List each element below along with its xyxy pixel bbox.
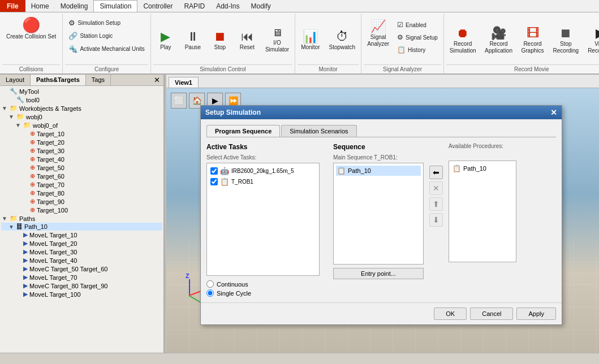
enabled-checkbox[interactable]: ☑ Enabled: [394, 19, 441, 31]
record-simulation-button[interactable]: ⏺ RecordSimulation: [446, 24, 480, 57]
viewport-3d[interactable]: ⬜ 🏠 ▶ ⏩ Z X Y: [166, 88, 599, 353]
panel-close-button[interactable]: ✕: [150, 75, 163, 85]
tree-item-target80[interactable]: ⊕ Target_80: [1, 189, 162, 197]
reset-button[interactable]: ⏮ Reset: [235, 27, 260, 53]
tree-item-target40[interactable]: ⊕ Target_40: [1, 155, 162, 163]
available-item-path10[interactable]: 📋 Path_10: [451, 163, 514, 174]
menu-controller[interactable]: Controller: [137, 0, 178, 12]
stop-recording-button[interactable]: ⏹ StopRecording: [550, 24, 583, 57]
menu-modeling[interactable]: Modeling: [55, 0, 94, 12]
remove-from-sequence-button[interactable]: ✕: [429, 181, 443, 195]
tool0-icon: 🔧: [16, 96, 24, 103]
play-button[interactable]: ▶ Play: [153, 27, 178, 53]
radio-single[interactable]: Single Cycle: [206, 289, 320, 297]
dialog-close-button[interactable]: ✕: [550, 108, 557, 117]
sequence-area: Sequence Main Sequence T_ROB1: 📋 Path_10…: [333, 143, 516, 297]
monitor-button[interactable]: 📊 Monitor: [298, 27, 323, 53]
io-simulator-button[interactable]: 🖥 I/OSimulator: [262, 25, 292, 55]
target-icon: ⊕: [30, 189, 35, 197]
tree-item-movec-t80-t90[interactable]: ▶ MoveC Target_80 Target_90: [1, 281, 162, 290]
task-checkbox-irb[interactable]: [210, 167, 218, 175]
task-icon-rob1: 📋: [220, 177, 229, 186]
station-logic-button[interactable]: 🔗 Station Logic: [65, 30, 116, 42]
menu-rapid[interactable]: RAPID: [178, 0, 210, 12]
tab-paths-targets[interactable]: Paths&Targets: [31, 75, 86, 85]
menu-addins[interactable]: Add-Ins: [210, 0, 245, 12]
create-collision-set-button[interactable]: 🔴 Create Collision Set: [2, 15, 60, 43]
file-menu[interactable]: File: [0, 0, 25, 12]
tree-item-movel-t20[interactable]: ▶ MoveL Target_20: [1, 239, 162, 248]
tree-item-path10[interactable]: ▼ 🛤 Path_10: [1, 223, 162, 231]
move-icon: ▶: [23, 231, 28, 239]
sequence-section: Sequence Main Sequence T_ROB1: 📋 Path_10…: [333, 143, 424, 279]
stop-button[interactable]: ⏹ Stop: [208, 27, 232, 53]
play-icon: ▶: [161, 29, 170, 44]
view-tab-view1[interactable]: View1: [169, 77, 199, 88]
signal-setup-button[interactable]: ⚙ Signal Setup: [394, 32, 441, 43]
move-down-button[interactable]: ⬇: [429, 213, 443, 227]
ok-button[interactable]: OK: [434, 307, 467, 320]
collisions-group: 🔴 Create Collision Set Collisions: [0, 14, 63, 73]
tree-item-movel-t30[interactable]: ▶ MoveL Target_30: [1, 248, 162, 256]
radio-group: Continuous Single Cycle: [206, 280, 320, 297]
task-item-irb[interactable]: 🤖 IRB2600_20kg_1.65m_5: [209, 166, 317, 176]
menu-modify[interactable]: Modify: [245, 0, 277, 12]
view-cube-button[interactable]: ⬜: [171, 93, 187, 109]
move-icon: ▶: [23, 240, 28, 247]
seq-item-icon: 📋: [337, 167, 346, 175]
history-button[interactable]: 📋 History: [394, 44, 441, 55]
signal-analyzer-button[interactable]: 📈 SignalAnalyzer: [364, 17, 393, 50]
tree-item-movel-t100[interactable]: ▶ MoveL Target_100: [1, 290, 162, 298]
tree-item-tool0[interactable]: 🔧 tool0: [1, 96, 162, 104]
simulation-setup-button[interactable]: ⚙ Simulation Setup: [65, 17, 124, 29]
apply-button[interactable]: Apply: [516, 307, 556, 320]
dialog-body: Program Sequence Simulation Scenarios Ac…: [201, 119, 562, 302]
tree-item-wobj0[interactable]: ▼ 📁 wobj0: [1, 112, 162, 121]
stopwatch-button[interactable]: ⏱ Stopwatch: [325, 27, 359, 53]
move-icon: ▶: [23, 282, 28, 289]
entry-point-button[interactable]: Entry point...: [333, 268, 424, 279]
menu-home[interactable]: Home: [25, 0, 55, 12]
tab-layout[interactable]: Layout: [0, 75, 31, 85]
tree-item-target20[interactable]: ⊕ Target_20: [1, 138, 162, 146]
pause-button[interactable]: ⏸ Pause: [180, 27, 205, 53]
view-recording-button[interactable]: ▶ ViewRecording: [584, 24, 599, 57]
tree-item-target30[interactable]: ⊕ Target_30: [1, 146, 162, 155]
radio-single-input[interactable]: [206, 289, 214, 297]
tree-item-movel-t10[interactable]: ▶ MoveL Target_10: [1, 231, 162, 239]
tree-item-target100[interactable]: ⊕ Target_100: [1, 206, 162, 214]
tree-item-workobjects[interactable]: ▼ 📁 Workobjects & Targets: [1, 104, 162, 112]
tree-item-target60[interactable]: ⊕ Target_60: [1, 172, 162, 180]
tree-item-target70[interactable]: ⊕ Target_70: [1, 180, 162, 189]
tree-item-movec-t50-t60[interactable]: ▶ MoveC Target_50 Target_60: [1, 265, 162, 273]
dialog-tab-program[interactable]: Program Sequence: [206, 125, 280, 137]
menu-simulation[interactable]: Simulation: [93, 0, 137, 12]
pause-icon: ⏸: [187, 29, 199, 44]
ribbon: 🔴 Create Collision Set Collisions ⚙ Simu…: [0, 12, 599, 75]
target-icon: ⊕: [30, 138, 35, 146]
tree-item-movel-t40[interactable]: ▶ MoveL Target_40: [1, 256, 162, 265]
tree-item-wobj0-of[interactable]: ▼ 📁 wobj0_of: [1, 121, 162, 129]
radio-continuous[interactable]: Continuous: [206, 280, 320, 288]
record-application-button[interactable]: 🎥 RecordApplication: [482, 24, 516, 57]
target-icon: ⊕: [30, 172, 35, 180]
tree-item-mytool[interactable]: 🔧 MyTool: [1, 87, 162, 96]
task-item-rob1[interactable]: 📋 T_ROB1: [209, 176, 317, 187]
sequence-item-path10[interactable]: 📋 Path_10: [336, 166, 421, 176]
cancel-button[interactable]: Cancel: [470, 307, 513, 320]
target-icon: ⊕: [30, 147, 35, 154]
move-up-button[interactable]: ⬆: [429, 197, 443, 211]
tree-item-target10[interactable]: ⊕ Target_10: [1, 129, 162, 138]
tree-item-paths[interactable]: ▼ 📁 Paths: [1, 214, 162, 223]
tree-item-movel-t70[interactable]: ▶ MoveL Target_70: [1, 273, 162, 281]
record-graphics-button[interactable]: 🎞 RecordGraphics: [518, 24, 548, 57]
tree-item-target50[interactable]: ⊕ Target_50: [1, 163, 162, 172]
tab-tags[interactable]: Tags: [86, 75, 111, 85]
radio-continuous-input[interactable]: [206, 280, 214, 288]
dialog-tab-scenarios[interactable]: Simulation Scenarios: [281, 125, 356, 137]
task-checkbox-rob1[interactable]: [210, 178, 218, 185]
activate-mechanical-button[interactable]: 🔩 Activate Mechanical Units: [65, 43, 148, 55]
tree-item-target90[interactable]: ⊕ Target_90: [1, 197, 162, 206]
add-to-sequence-button[interactable]: ⬅: [429, 166, 443, 179]
record-app-icon: 🎥: [491, 26, 506, 41]
